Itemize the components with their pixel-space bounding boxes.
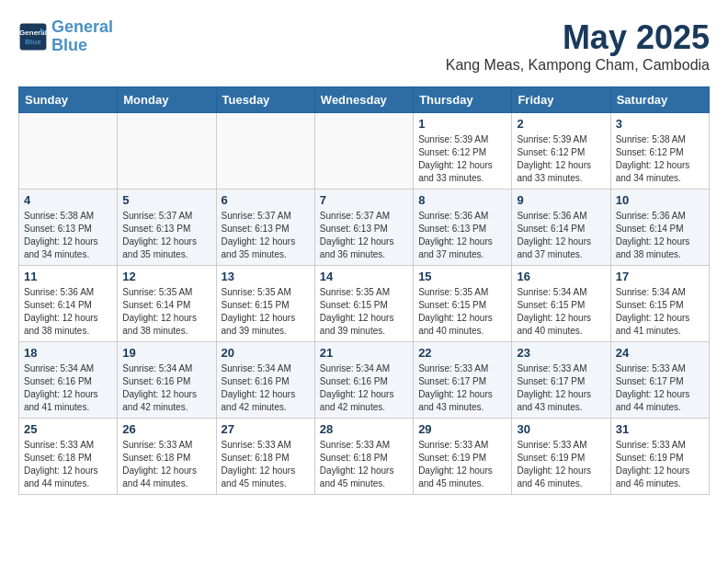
day-number: 1 — [418, 117, 506, 131]
day-info: Sunrise: 5:34 AM Sunset: 6:16 PM Dayligh… — [24, 362, 112, 414]
calendar-cell: 11Sunrise: 5:36 AM Sunset: 6:14 PM Dayli… — [19, 266, 118, 342]
calendar-cell — [118, 113, 216, 190]
calendar-week-1: 1Sunrise: 5:39 AM Sunset: 6:12 PM Daylig… — [19, 113, 710, 190]
day-info: Sunrise: 5:38 AM Sunset: 6:12 PM Dayligh… — [616, 133, 704, 185]
calendar-cell — [216, 113, 314, 190]
day-info: Sunrise: 5:35 AM Sunset: 6:15 PM Dayligh… — [320, 286, 408, 338]
day-info: Sunrise: 5:33 AM Sunset: 6:19 PM Dayligh… — [616, 439, 704, 490]
day-info: Sunrise: 5:36 AM Sunset: 6:13 PM Dayligh… — [418, 210, 506, 261]
day-info: Sunrise: 5:39 AM Sunset: 6:12 PM Dayligh… — [517, 133, 605, 185]
day-number: 27 — [222, 422, 310, 436]
day-info: Sunrise: 5:36 AM Sunset: 6:14 PM Dayligh… — [24, 286, 112, 338]
day-info: Sunrise: 5:33 AM Sunset: 6:17 PM Dayligh… — [616, 362, 704, 414]
day-number: 10 — [616, 193, 704, 207]
calendar-cell: 20Sunrise: 5:34 AM Sunset: 6:16 PM Dayli… — [216, 342, 314, 419]
day-number: 6 — [222, 193, 310, 207]
calendar-cell: 23Sunrise: 5:33 AM Sunset: 6:17 PM Dayli… — [512, 342, 610, 419]
weekday-header-wednesday: Wednesday — [314, 87, 413, 113]
svg-text:Blue: Blue — [25, 38, 41, 46]
day-info: Sunrise: 5:38 AM Sunset: 6:13 PM Dayligh… — [24, 210, 112, 261]
logo-line1: General — [51, 17, 113, 36]
calendar-week-4: 18Sunrise: 5:34 AM Sunset: 6:16 PM Dayli… — [19, 342, 710, 419]
calendar-body: 1Sunrise: 5:39 AM Sunset: 6:12 PM Daylig… — [19, 113, 710, 495]
weekday-header-row: SundayMondayTuesdayWednesdayThursdayFrid… — [19, 87, 710, 113]
location-title: Kang Meas, Kampong Cham, Cambodia — [446, 57, 710, 74]
calendar-cell: 5Sunrise: 5:37 AM Sunset: 6:13 PM Daylig… — [118, 190, 216, 266]
calendar: SundayMondayTuesdayWednesdayThursdayFrid… — [18, 86, 710, 495]
day-info: Sunrise: 5:34 AM Sunset: 6:15 PM Dayligh… — [517, 286, 605, 338]
month-title: May 2025 — [446, 18, 710, 57]
calendar-cell: 26Sunrise: 5:33 AM Sunset: 6:18 PM Dayli… — [118, 419, 216, 495]
weekday-header-sunday: Sunday — [19, 87, 118, 113]
calendar-cell: 10Sunrise: 5:36 AM Sunset: 6:14 PM Dayli… — [610, 190, 709, 266]
day-number: 29 — [418, 422, 506, 436]
weekday-header-saturday: Saturday — [610, 87, 709, 113]
day-number: 20 — [222, 346, 310, 360]
day-number: 4 — [24, 193, 112, 207]
day-info: Sunrise: 5:33 AM Sunset: 6:18 PM Dayligh… — [122, 439, 210, 490]
day-info: Sunrise: 5:37 AM Sunset: 6:13 PM Dayligh… — [122, 210, 210, 261]
day-info: Sunrise: 5:39 AM Sunset: 6:12 PM Dayligh… — [418, 133, 506, 185]
day-number: 14 — [320, 270, 408, 283]
day-info: Sunrise: 5:34 AM Sunset: 6:16 PM Dayligh… — [320, 362, 408, 414]
logo-text: General Blue — [51, 18, 113, 55]
calendar-cell: 1Sunrise: 5:39 AM Sunset: 6:12 PM Daylig… — [414, 113, 512, 190]
logo-icon: General Blue — [18, 22, 48, 52]
calendar-week-2: 4Sunrise: 5:38 AM Sunset: 6:13 PM Daylig… — [19, 190, 710, 266]
calendar-cell: 19Sunrise: 5:34 AM Sunset: 6:16 PM Dayli… — [118, 342, 216, 419]
day-number: 11 — [24, 270, 112, 283]
calendar-cell: 6Sunrise: 5:37 AM Sunset: 6:13 PM Daylig… — [216, 190, 314, 266]
day-number: 31 — [616, 422, 704, 436]
calendar-cell: 14Sunrise: 5:35 AM Sunset: 6:15 PM Dayli… — [314, 266, 413, 342]
day-number: 12 — [122, 270, 210, 283]
day-number: 21 — [320, 346, 408, 360]
day-number: 28 — [320, 422, 408, 436]
calendar-cell: 15Sunrise: 5:35 AM Sunset: 6:15 PM Dayli… — [414, 266, 512, 342]
calendar-week-3: 11Sunrise: 5:36 AM Sunset: 6:14 PM Dayli… — [19, 266, 710, 342]
calendar-cell — [19, 113, 118, 190]
day-info: Sunrise: 5:35 AM Sunset: 6:14 PM Dayligh… — [122, 286, 210, 338]
day-number: 7 — [320, 193, 408, 207]
day-number: 23 — [517, 346, 605, 360]
day-number: 3 — [616, 117, 704, 131]
day-info: Sunrise: 5:33 AM Sunset: 6:18 PM Dayligh… — [320, 439, 408, 490]
day-number: 30 — [517, 422, 605, 436]
calendar-week-5: 25Sunrise: 5:33 AM Sunset: 6:18 PM Dayli… — [19, 419, 710, 495]
day-number: 15 — [418, 270, 506, 283]
calendar-cell: 3Sunrise: 5:38 AM Sunset: 6:12 PM Daylig… — [610, 113, 709, 190]
day-number: 19 — [122, 346, 210, 360]
day-info: Sunrise: 5:34 AM Sunset: 6:16 PM Dayligh… — [222, 362, 310, 414]
day-info: Sunrise: 5:34 AM Sunset: 6:15 PM Dayligh… — [616, 286, 704, 338]
day-info: Sunrise: 5:33 AM Sunset: 6:19 PM Dayligh… — [418, 439, 506, 490]
calendar-cell: 22Sunrise: 5:33 AM Sunset: 6:17 PM Dayli… — [414, 342, 512, 419]
calendar-cell: 9Sunrise: 5:36 AM Sunset: 6:14 PM Daylig… — [512, 190, 610, 266]
day-info: Sunrise: 5:36 AM Sunset: 6:14 PM Dayligh… — [616, 210, 704, 261]
calendar-cell: 17Sunrise: 5:34 AM Sunset: 6:15 PM Dayli… — [610, 266, 709, 342]
day-info: Sunrise: 5:37 AM Sunset: 6:13 PM Dayligh… — [320, 210, 408, 261]
weekday-header-tuesday: Tuesday — [216, 87, 314, 113]
calendar-cell: 30Sunrise: 5:33 AM Sunset: 6:19 PM Dayli… — [512, 419, 610, 495]
day-info: Sunrise: 5:34 AM Sunset: 6:16 PM Dayligh… — [122, 362, 210, 414]
day-info: Sunrise: 5:33 AM Sunset: 6:18 PM Dayligh… — [24, 439, 112, 490]
day-number: 5 — [122, 193, 210, 207]
calendar-cell: 13Sunrise: 5:35 AM Sunset: 6:15 PM Dayli… — [216, 266, 314, 342]
logo-line2: Blue — [51, 36, 87, 54]
day-info: Sunrise: 5:33 AM Sunset: 6:18 PM Dayligh… — [222, 439, 310, 490]
calendar-cell: 12Sunrise: 5:35 AM Sunset: 6:14 PM Dayli… — [118, 266, 216, 342]
calendar-cell: 2Sunrise: 5:39 AM Sunset: 6:12 PM Daylig… — [512, 113, 610, 190]
weekday-header-monday: Monday — [118, 87, 216, 113]
day-number: 8 — [418, 193, 506, 207]
day-number: 25 — [24, 422, 112, 436]
day-info: Sunrise: 5:33 AM Sunset: 6:19 PM Dayligh… — [517, 439, 605, 490]
day-info: Sunrise: 5:35 AM Sunset: 6:15 PM Dayligh… — [222, 286, 310, 338]
day-info: Sunrise: 5:35 AM Sunset: 6:15 PM Dayligh… — [418, 286, 506, 338]
day-number: 13 — [222, 270, 310, 283]
day-number: 2 — [517, 117, 605, 131]
calendar-cell: 29Sunrise: 5:33 AM Sunset: 6:19 PM Dayli… — [414, 419, 512, 495]
day-number: 9 — [517, 193, 605, 207]
calendar-cell: 28Sunrise: 5:33 AM Sunset: 6:18 PM Dayli… — [314, 419, 413, 495]
title-section: May 2025 Kang Meas, Kampong Cham, Cambod… — [446, 18, 710, 81]
weekday-header-friday: Friday — [512, 87, 610, 113]
calendar-cell: 21Sunrise: 5:34 AM Sunset: 6:16 PM Dayli… — [314, 342, 413, 419]
calendar-cell: 8Sunrise: 5:36 AM Sunset: 6:13 PM Daylig… — [414, 190, 512, 266]
